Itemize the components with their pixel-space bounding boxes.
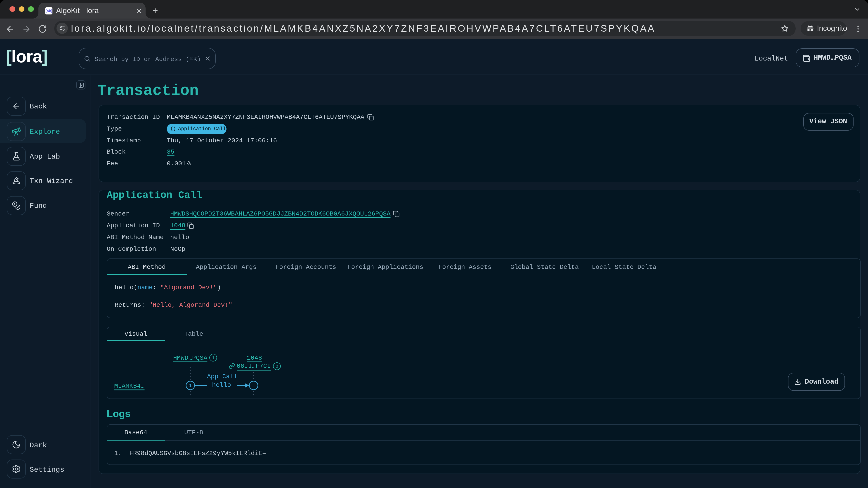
svg-text:1: 1 xyxy=(189,383,192,388)
